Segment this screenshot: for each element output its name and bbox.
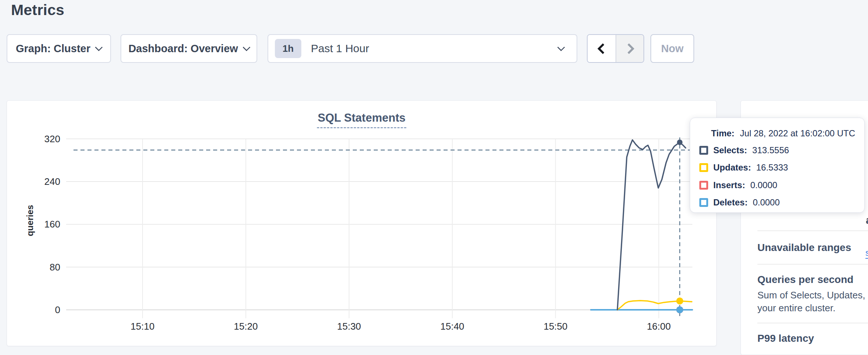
time-range-badge: 1h (275, 39, 301, 58)
page-title: Metrics (11, 1, 64, 19)
dashboard-dropdown-label: Dashboard: Overview (128, 43, 238, 55)
time-step-button-group (587, 34, 644, 63)
tooltip-time-label: Time: (711, 128, 735, 139)
chevron-down-icon (243, 43, 250, 51)
graph-scope-dropdown-label: Graph: Cluster (16, 43, 90, 55)
next-time-button[interactable] (616, 35, 643, 62)
tooltip-series-value: 0.0000 (750, 180, 777, 190)
updates-swatch-icon (699, 163, 708, 172)
tooltip-time-value: Jul 28, 2022 at 16:02:00 UTC (740, 128, 856, 139)
sidebar-description-line: your entire cluster. (757, 302, 835, 314)
chart-title-link[interactable]: SQL Statements (317, 111, 406, 128)
tooltip-series-value: 0.0000 (753, 197, 779, 208)
cutoff-text-fragment: a (866, 214, 868, 226)
divider (757, 264, 868, 265)
sidebar-heading-queries-per-second: Queries per second (757, 274, 853, 286)
time-range-dropdown[interactable]: 1h Past 1 Hour (268, 34, 577, 63)
chart-hover-tooltip: Time: Jul 28, 2022 at 16:02:00 UTC Selec… (690, 118, 865, 213)
tooltip-row-inserts: Inserts: 0.0000 (699, 180, 777, 190)
tooltip-row-deletes: Deletes: 0.0000 (699, 197, 780, 208)
cutoff-link-fragment[interactable]: s (865, 248, 868, 259)
sidebar-heading-unavailable-ranges: Unavailable ranges (757, 242, 851, 254)
chevron-down-icon (557, 43, 565, 51)
tooltip-series-label: Updates: (713, 162, 751, 173)
chevron-left-icon (597, 43, 608, 54)
prev-time-button[interactable] (588, 35, 616, 62)
sidebar-description-line: Sum of Selects, Updates, Inser (757, 290, 868, 301)
metrics-page: { "page": { "title": "Metrics", "backgro… (0, 0, 868, 355)
selects-swatch-icon (699, 146, 708, 155)
tooltip-series-label: Deletes: (713, 197, 747, 208)
tooltip-time-row: Time: Jul 28, 2022 at 16:02:00 UTC (711, 128, 855, 139)
dashboard-dropdown[interactable]: Dashboard: Overview (121, 34, 257, 63)
tooltip-series-label: Inserts: (713, 180, 745, 190)
divider (757, 323, 868, 323)
time-range-label: Past 1 Hour (311, 42, 369, 55)
graph-scope-dropdown[interactable]: Graph: Cluster (7, 34, 111, 63)
sidebar-heading-p99-latency: P99 latency (757, 333, 814, 344)
tooltip-row-selects: Selects: 313.5556 (699, 145, 789, 155)
tooltip-series-label: Selects: (713, 145, 747, 155)
divider (757, 230, 868, 231)
tooltip-row-updates: Updates: 16.5333 (699, 162, 788, 173)
chevron-right-icon (623, 43, 634, 54)
deletes-swatch-icon (699, 198, 708, 207)
chevron-down-icon (95, 43, 103, 51)
tooltip-series-value: 16.5333 (756, 162, 788, 173)
inserts-swatch-icon (699, 181, 708, 190)
tooltip-series-value: 313.5556 (752, 145, 789, 155)
now-button[interactable]: Now (650, 34, 694, 63)
chart-plot-area[interactable] (66, 131, 692, 318)
